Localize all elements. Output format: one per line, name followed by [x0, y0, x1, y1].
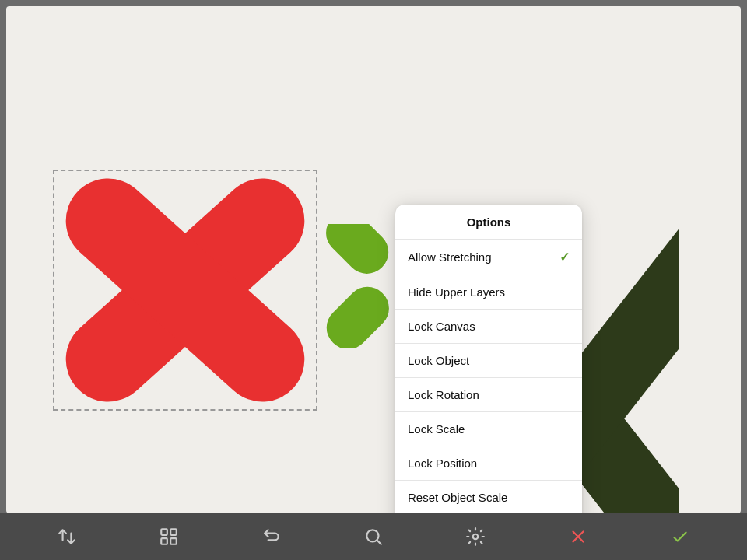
options-title: Options	[467, 215, 511, 229]
options-items-list: Allow Stretching✓Hide Upper LayersLock C…	[395, 240, 582, 513]
transform-button[interactable]	[152, 520, 186, 554]
option-label-lock-rotation: Lock Rotation	[408, 388, 479, 401]
option-label-lock-object: Lock Object	[408, 354, 469, 367]
option-label-hide-upper-layers: Hide Upper Layers	[408, 285, 505, 299]
search-button[interactable]	[356, 520, 391, 554]
svg-rect-5	[325, 278, 398, 348]
svg-rect-7	[170, 529, 177, 535]
confirm-button[interactable]	[663, 520, 697, 554]
option-label-lock-canvas: Lock Canvas	[408, 320, 475, 333]
option-check-allow-stretching: ✓	[559, 250, 570, 264]
svg-rect-9	[161, 538, 167, 544]
svg-rect-4	[325, 224, 397, 282]
option-item-lock-object[interactable]: Lock Object	[395, 344, 582, 378]
option-item-reset-object-scale[interactable]: Reset Object Scale	[395, 481, 582, 513]
option-item-lock-scale[interactable]: Lock Scale	[395, 412, 582, 446]
option-label-reset-object-scale: Reset Object Scale	[408, 491, 507, 504]
option-item-lock-position[interactable]: Lock Position	[395, 446, 582, 481]
red-x-object[interactable]	[53, 170, 317, 411]
svg-point-11	[473, 534, 479, 540]
canvas-area: Options Allow Stretching✓Hide Upper Laye…	[6, 6, 741, 513]
close-button[interactable]	[561, 520, 595, 554]
option-item-lock-rotation[interactable]: Lock Rotation	[395, 378, 582, 412]
svg-rect-8	[170, 538, 177, 544]
undo-button[interactable]	[254, 520, 289, 554]
option-item-allow-stretching[interactable]: Allow Stretching✓	[395, 240, 582, 275]
toolbar	[0, 513, 747, 560]
green-chevron-object[interactable]	[325, 224, 403, 348]
options-popup: Options Allow Stretching✓Hide Upper Laye…	[395, 205, 582, 513]
options-header: Options	[395, 205, 582, 240]
flip-button[interactable]	[50, 520, 84, 554]
settings-button[interactable]	[458, 520, 493, 554]
option-label-lock-position: Lock Position	[408, 457, 477, 470]
svg-rect-6	[161, 529, 167, 535]
option-item-hide-upper-layers[interactable]: Hide Upper Layers	[395, 275, 582, 310]
svg-point-10	[366, 530, 378, 541]
option-item-lock-canvas[interactable]: Lock Canvas	[395, 310, 582, 344]
option-label-allow-stretching: Allow Stretching	[408, 250, 492, 264]
option-label-lock-scale: Lock Scale	[408, 422, 465, 436]
